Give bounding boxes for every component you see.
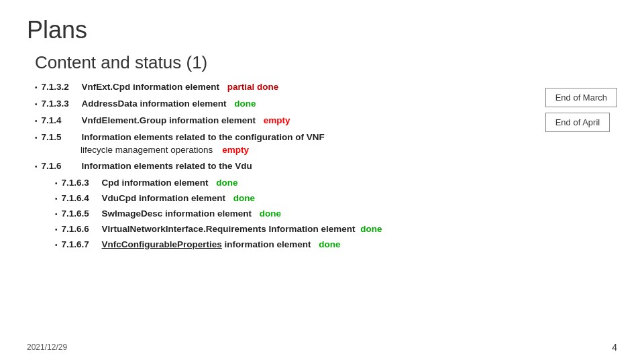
- item-number: 7.1.5: [42, 131, 71, 144]
- item-number: 7.1.6.3: [62, 177, 91, 190]
- item-description: Cpd information element done: [102, 177, 532, 190]
- item-status: done: [216, 178, 237, 188]
- item-number: 7.1.6: [42, 160, 71, 173]
- item-description: SwImageDesc information element done: [102, 208, 532, 221]
- bullet-icon: •: [55, 241, 58, 250]
- item-description: AddressData information element done: [82, 98, 532, 111]
- sidebar-labels: End of March End of April: [545, 81, 617, 254]
- list-item: • 7.1.6 Information elements related to …: [35, 160, 532, 173]
- item-number: 7.1.4: [42, 115, 71, 127]
- bullet-icon: •: [35, 117, 38, 126]
- list-item: • 7.1.3.3 AddressData information elemen…: [35, 98, 532, 111]
- bullet-icon: •: [55, 179, 58, 188]
- end-of-april-label: End of April: [545, 113, 610, 132]
- item-status: done: [260, 208, 281, 219]
- section-title: Content and status (1): [0, 50, 644, 81]
- list-item: • 7.1.6.5 SwImageDesc information elemen…: [55, 208, 532, 221]
- item-status: empty: [264, 115, 290, 125]
- bullet-icon: •: [35, 133, 38, 143]
- sub-items: • 7.1.6.3 Cpd information element done •…: [55, 177, 532, 251]
- item-number: 7.1.6.7: [62, 239, 91, 251]
- list-item: • 7.1.4 VnfdElement.Group information el…: [35, 115, 532, 127]
- bullet-icon: •: [55, 225, 58, 235]
- bullet-icon: •: [55, 194, 58, 204]
- bullet-icon: •: [55, 210, 58, 219]
- item-description: VIrtualNetworkInterface.Requirements Inf…: [102, 223, 532, 236]
- item-description: VnfcConfigurableProperties information e…: [102, 239, 532, 251]
- item-status: done: [360, 224, 382, 234]
- items-list: • 7.1.3.2 VnfExt.Cpd information element…: [35, 81, 532, 254]
- bullet-icon: •: [35, 83, 38, 93]
- item-status: partial done: [227, 82, 279, 92]
- list-item: • 7.1.6.6 VIrtualNetworkInterface.Requir…: [55, 223, 532, 236]
- item-description: VnfExt.Cpd information element partial d…: [82, 81, 532, 94]
- item-description: VnfdElement.Group information element em…: [82, 115, 532, 127]
- list-item: • 7.1.6.3 Cpd information element done: [55, 177, 532, 190]
- item-status: done: [233, 193, 255, 203]
- item-status: done: [234, 99, 256, 109]
- item-description: Information elements related to the Vdu: [82, 160, 532, 173]
- footer-page: 4: [612, 342, 617, 353]
- item-description: Information elements related to the conf…: [82, 131, 532, 144]
- list-item: • 7.1.6.4 VduCpd information element don…: [55, 192, 532, 205]
- item-description: VduCpd information element done: [102, 192, 532, 205]
- bullet-icon: •: [35, 100, 38, 109]
- footer-date: 2021/12/29: [27, 343, 67, 352]
- end-of-march-label: End of March: [545, 88, 617, 107]
- list-item: • 7.1.3.2 VnfExt.Cpd information element…: [35, 81, 532, 94]
- item-number: 7.1.6.4: [62, 192, 91, 205]
- item-number: 7.1.3.3: [42, 98, 71, 111]
- bullet-icon: •: [35, 162, 38, 172]
- item-status: empty: [222, 144, 249, 157]
- list-item: • 7.1.6.7 VnfcConfigurableProperties inf…: [55, 239, 532, 251]
- list-item: • 7.1.5 Information elements related to …: [35, 131, 532, 157]
- item-description-cont: lifecycle management operations: [80, 144, 213, 157]
- item-number: 7.1.3.2: [42, 81, 71, 94]
- item-number: 7.1.6.5: [62, 208, 91, 221]
- item-number: 7.1.6.6: [62, 223, 91, 236]
- page-title: Plans: [0, 0, 644, 50]
- item-status: done: [319, 239, 340, 249]
- footer: 2021/12/29 4: [27, 342, 617, 353]
